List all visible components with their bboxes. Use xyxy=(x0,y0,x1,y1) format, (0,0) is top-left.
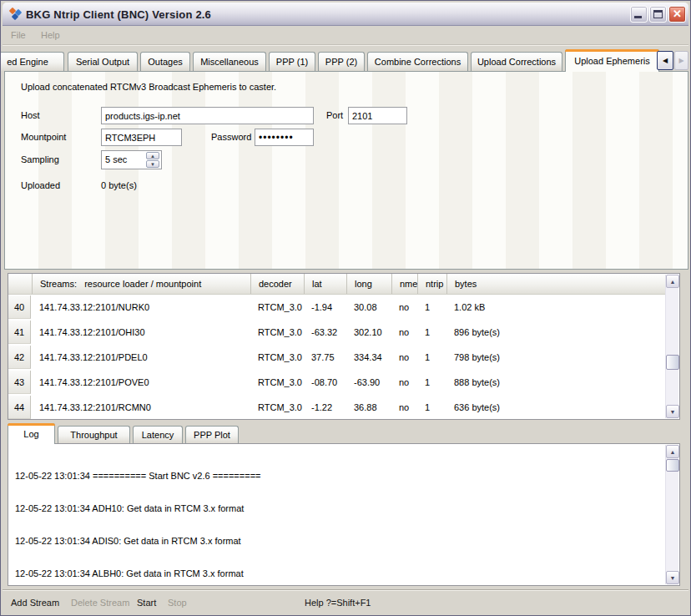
cell-decoder: RTCM_3.0 xyxy=(250,395,304,420)
cell-decoder: RTCM_3.0 xyxy=(250,370,304,395)
log-line: 12-05-22 13:01:34 ADH10: Get data in RTC… xyxy=(15,503,658,514)
tab-label: Miscellaneous xyxy=(200,57,259,67)
scroll-down-icon: ▼ xyxy=(670,409,676,415)
table-row[interactable]: 43 141.74.33.12:2101/POVE0 RTCM_3.0 -08.… xyxy=(8,370,665,395)
table-row[interactable]: 40 141.74.33.12:2101/NURK0 RTCM_3.0 -1.9… xyxy=(8,295,665,320)
cell-lat: -1.22 xyxy=(304,395,346,420)
delete-stream-button[interactable]: Delete Stream xyxy=(71,598,129,608)
cell-stream: 141.74.33.12:2101/PDEL0 xyxy=(32,345,250,370)
log-scrollbar[interactable]: ▲ ▼ xyxy=(665,445,678,584)
row-number: 43 xyxy=(8,371,31,394)
scrollbar-thumb[interactable] xyxy=(666,459,679,472)
tab-ppp-plot[interactable]: PPP Plot xyxy=(185,426,239,443)
log-line: 12-05-22 13:01:34 ALBH0: Get data in RTC… xyxy=(15,568,658,579)
scroll-down-icon: ▼ xyxy=(670,575,676,581)
tab-label: Upload Ephemeris xyxy=(574,56,650,66)
tab-label: PPP (2) xyxy=(325,57,357,67)
tab-upload-corrections[interactable]: Upload Corrections xyxy=(471,52,562,71)
cell-long: 302.10 xyxy=(346,320,391,345)
tab-throughput[interactable]: Throughput xyxy=(58,426,130,443)
start-button[interactable]: Start xyxy=(137,598,156,608)
cell-bytes: 636 byte(s) xyxy=(446,395,663,420)
cell-lat: -1.94 xyxy=(304,295,346,320)
tab-log[interactable]: Log xyxy=(8,423,55,444)
host-input[interactable] xyxy=(101,107,314,124)
scrollbar-up-button[interactable]: ▲ xyxy=(666,275,679,288)
cell-ntrip: 1 xyxy=(417,370,446,395)
cell-decoder: RTCM_3.0 xyxy=(250,345,304,370)
tab-label: Throughput xyxy=(70,430,117,440)
scroll-up-icon: ▲ xyxy=(670,279,676,285)
spin-up-icon: ▲ xyxy=(150,154,155,159)
cell-lat: -08.70 xyxy=(304,370,346,395)
cell-ntrip: 1 xyxy=(417,320,446,345)
tab-latency[interactable]: Latency xyxy=(133,426,183,443)
uploaded-label: Uploaded xyxy=(21,180,60,190)
tab-serial-output[interactable]: Serial Output xyxy=(68,52,138,71)
cell-stream: 141.74.33.12:2101/OHI30 xyxy=(32,320,250,345)
tab-label: Serial Output xyxy=(76,57,129,67)
tab-combine-corrections[interactable]: Combine Corrections xyxy=(367,52,468,71)
streams-table: Streams: resource loader / mountpoint de… xyxy=(8,273,680,420)
tab-ppp-1[interactable]: PPP (1) xyxy=(269,52,315,71)
stop-button[interactable]: Stop xyxy=(168,598,187,608)
spin-down-button[interactable]: ▼ xyxy=(146,160,159,168)
sampling-value: 5 sec xyxy=(105,154,127,164)
col-header-streams[interactable]: Streams: resource loader / mountpoint xyxy=(32,274,250,294)
cell-nmea: no xyxy=(391,295,417,320)
host-label: Host xyxy=(21,110,40,120)
col-header-ntrip[interactable]: ntrip xyxy=(417,274,446,294)
tab-upload-ephemeris[interactable]: Upload Ephemeris xyxy=(565,49,659,72)
cell-stream: 141.74.33.12:2101/RCMN0 xyxy=(32,395,250,420)
tab-label: Log xyxy=(23,429,38,439)
cell-bytes: 1.02 kB xyxy=(446,295,663,320)
col-header-lat[interactable]: lat xyxy=(304,274,346,294)
tab-feed-engine[interactable]: ed Engine xyxy=(0,52,64,71)
password-input[interactable] xyxy=(255,129,314,146)
menu-help[interactable]: Help xyxy=(41,30,60,40)
table-row[interactable]: 41 141.74.33.12:2101/OHI30 RTCM_3.0 -63.… xyxy=(8,320,665,345)
upload-description: Upload concatenated RTCMv3 Broadcast Eph… xyxy=(21,82,276,92)
maximize-button[interactable] xyxy=(649,6,667,23)
tab-scroll-left-button[interactable]: ◀ xyxy=(657,51,673,70)
sampling-label: Sampling xyxy=(21,154,59,164)
scrollbar-up-button[interactable]: ▲ xyxy=(666,445,679,458)
cell-ntrip: 1 xyxy=(417,345,446,370)
tab-outages[interactable]: Outages xyxy=(140,52,190,71)
col-header-decoder[interactable]: decoder xyxy=(250,274,304,294)
table-row[interactable]: 44 141.74.33.12:2101/RCMN0 RTCM_3.0 -1.2… xyxy=(8,395,665,420)
title-bar[interactable]: BKG Ntrip Client (BNC) Version 2.6 ✕ xyxy=(3,3,688,26)
help-shortcut-label: Help ?=Shift+F1 xyxy=(305,598,371,608)
uploaded-value: 0 byte(s) xyxy=(101,180,137,190)
table-header: Streams: resource loader / mountpoint de… xyxy=(8,274,665,295)
minimize-button[interactable] xyxy=(630,6,648,23)
scroll-left-icon: ◀ xyxy=(663,57,668,64)
upload-ephemeris-panel xyxy=(4,71,688,270)
log-output: 12-05-22 13:01:34 ========== Start BNC v… xyxy=(15,449,658,584)
log-panel: 12-05-22 13:01:34 ========== Start BNC v… xyxy=(8,443,680,586)
scrollbar-thumb[interactable] xyxy=(666,355,679,370)
tab-scroll-right-button[interactable]: ▶ xyxy=(674,51,688,70)
scrollbar-down-button[interactable]: ▼ xyxy=(666,405,679,418)
mountpoint-label: Mountpoint xyxy=(21,132,66,142)
cell-ntrip: 1 xyxy=(417,295,446,320)
mountpoint-input[interactable] xyxy=(101,129,182,146)
close-icon: ✕ xyxy=(669,7,685,22)
col-header-nmea[interactable]: nmea xyxy=(391,274,417,294)
table-row[interactable]: 42 141.74.33.12:2101/PDEL0 RTCM_3.0 37.7… xyxy=(8,345,665,370)
spin-up-button[interactable]: ▲ xyxy=(146,152,159,159)
col-header-long[interactable]: long xyxy=(346,274,391,294)
scrollbar-down-button[interactable]: ▼ xyxy=(666,571,679,584)
cell-nmea: no xyxy=(391,395,417,420)
tab-miscellaneous[interactable]: Miscellaneous xyxy=(193,52,266,71)
cell-stream: 141.74.33.12:2101/NURK0 xyxy=(32,295,250,320)
streams-scrollbar[interactable]: ▲ ▼ xyxy=(665,275,678,418)
col-header-bytes[interactable]: bytes xyxy=(446,274,663,294)
port-input[interactable] xyxy=(348,107,407,124)
tab-ppp-2[interactable]: PPP (2) xyxy=(318,52,365,71)
close-button[interactable]: ✕ xyxy=(668,6,686,23)
add-stream-button[interactable]: Add Stream xyxy=(11,598,59,608)
cell-stream: 141.74.33.12:2101/POVE0 xyxy=(32,370,250,395)
menu-file[interactable]: File xyxy=(11,30,26,40)
sampling-spinbox[interactable]: 5 sec ▲ ▼ xyxy=(101,150,162,169)
